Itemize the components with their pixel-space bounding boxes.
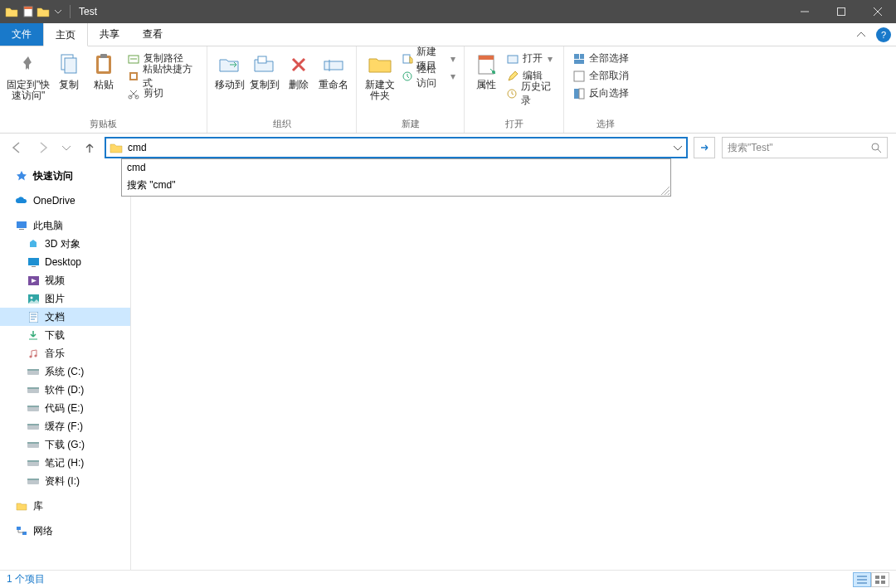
svg-rect-6 <box>99 58 109 71</box>
new-folder-button[interactable]: 新建文件夹 <box>362 50 398 101</box>
tab-share[interactable]: 共享 <box>88 23 131 46</box>
sidebar-item-label: 视频 <box>45 274 65 288</box>
search-icon[interactable] <box>865 142 887 153</box>
sidebar-item[interactable]: 文档 <box>0 308 130 326</box>
svg-rect-53 <box>27 479 39 480</box>
cut-button[interactable]: 剪切 <box>124 85 202 102</box>
ribbon: 固定到"快速访问" 复制 粘贴 复制路径 粘贴快捷方式 <box>0 46 896 134</box>
status-bar: 1 个项目 <box>0 570 896 588</box>
sidebar-item-icon <box>27 365 40 378</box>
collapse-ribbon-button[interactable] <box>851 31 871 39</box>
sidebar-item-label: 软件 (D:) <box>45 383 84 397</box>
paste-button[interactable]: 粘贴 <box>86 50 120 90</box>
easy-access-button[interactable]: 轻松访问 ▾ <box>398 67 459 85</box>
svg-rect-20 <box>508 56 518 63</box>
sidebar-item[interactable]: 代码 (E:) <box>0 399 130 417</box>
forward-button[interactable] <box>35 139 51 156</box>
sidebar-quick-access[interactable]: 快速访问 <box>0 167 130 185</box>
address-dropdown-button[interactable] <box>670 143 686 152</box>
svg-rect-49 <box>27 442 39 444</box>
select-all-label: 全部选择 <box>589 51 629 66</box>
tab-home[interactable]: 主页 <box>43 23 88 46</box>
new-item-icon <box>402 52 413 66</box>
svg-rect-4 <box>65 58 76 73</box>
sidebar-item[interactable]: Desktop <box>0 253 130 271</box>
svg-rect-31 <box>28 258 39 265</box>
invert-selection-button[interactable]: 反向选择 <box>569 85 632 102</box>
history-label: 历史记录 <box>521 80 555 108</box>
suggestion-item[interactable]: cmd <box>122 159 670 176</box>
sidebar-item[interactable]: 音乐 <box>0 344 130 362</box>
properties-button[interactable]: 属性 <box>470 50 503 90</box>
close-button[interactable] <box>859 0 896 23</box>
copy-to-icon <box>251 51 278 78</box>
suggestion-item[interactable]: 搜索 "cmd" <box>122 176 670 195</box>
qat-dropdown-icon[interactable] <box>51 5 65 18</box>
sidebar-item-icon <box>27 255 40 269</box>
tab-view[interactable]: 查看 <box>131 23 174 46</box>
sidebar-onedrive[interactable]: OneDrive <box>0 192 130 210</box>
recent-locations-button[interactable] <box>61 139 71 156</box>
move-to-button[interactable]: 移动到 <box>212 50 247 90</box>
address-input[interactable] <box>124 138 670 157</box>
delete-button[interactable]: 删除 <box>282 50 317 90</box>
help-button[interactable]: ? <box>876 27 891 42</box>
copy-to-button[interactable]: 复制到 <box>247 50 282 90</box>
sidebar-item[interactable]: 下载 <box>0 326 130 344</box>
sidebar-item[interactable]: 缓存 (F:) <box>0 417 130 435</box>
svg-rect-57 <box>881 576 885 579</box>
back-button[interactable] <box>8 139 25 156</box>
svg-point-28 <box>872 143 879 150</box>
view-details-button[interactable] <box>853 572 871 587</box>
qat-new-folder-icon[interactable] <box>37 5 50 18</box>
go-refresh-button[interactable] <box>694 137 715 158</box>
cut-label: 剪切 <box>144 86 163 100</box>
pin-label: 固定到"快速访问" <box>7 80 50 101</box>
sidebar-item[interactable]: 下载 (G:) <box>0 435 130 454</box>
pin-quick-access-button[interactable]: 固定到"快速访问" <box>5 50 51 101</box>
up-button[interactable] <box>81 139 98 156</box>
paste-shortcut-button[interactable]: 粘贴快捷方式 <box>124 67 202 85</box>
sidebar-library[interactable]: 库 <box>0 497 130 515</box>
sidebar-item[interactable]: 图片 <box>0 289 130 308</box>
select-all-button[interactable]: 全部选择 <box>569 50 632 67</box>
minimize-button[interactable] <box>786 0 823 23</box>
sidebar-item-label: 缓存 (F:) <box>45 420 83 434</box>
navigation-row: cmd 搜索 "cmd" <box>0 134 896 162</box>
view-large-icons-button[interactable] <box>871 572 889 587</box>
folder-icon <box>5 6 18 17</box>
sidebar-item[interactable]: 3D 对象 <box>0 235 130 253</box>
sidebar-item[interactable]: 软件 (D:) <box>0 381 130 399</box>
sidebar-this-pc[interactable]: 此电脑 <box>0 216 130 235</box>
sidebar-item[interactable]: 视频 <box>0 271 130 289</box>
delete-icon <box>285 51 312 78</box>
svg-rect-15 <box>403 55 410 63</box>
delete-label: 删除 <box>289 80 309 90</box>
sidebar-item[interactable]: 笔记 (H:) <box>0 454 130 472</box>
sidebar-item-icon <box>27 292 40 305</box>
sidebar-network[interactable]: 网络 <box>0 522 130 540</box>
history-button[interactable]: 历史记录 <box>503 85 558 102</box>
copy-icon <box>56 51 82 78</box>
svg-rect-54 <box>17 527 21 530</box>
resize-grip-icon[interactable] <box>659 184 670 196</box>
maximize-button[interactable] <box>823 0 859 23</box>
svg-point-39 <box>34 354 37 357</box>
search-input[interactable] <box>723 142 865 153</box>
sidebar-item[interactable]: 系统 (C:) <box>0 362 130 381</box>
select-none-button[interactable]: 全部取消 <box>569 67 632 85</box>
tab-file[interactable]: 文件 <box>0 23 43 46</box>
select-none-icon <box>572 70 586 83</box>
group-clipboard: 固定到"快速访问" 复制 粘贴 复制路径 粘贴快捷方式 <box>0 46 207 133</box>
sidebar-item-icon <box>27 420 40 433</box>
sidebar-item-label: 笔记 (H:) <box>45 456 84 470</box>
status-count: 1 个项目 <box>7 572 45 586</box>
open-button[interactable]: 打开 ▾ <box>503 50 558 67</box>
qat-properties-icon[interactable] <box>22 5 35 18</box>
sidebar-item[interactable]: 资料 (I:) <box>0 472 130 490</box>
files-area[interactable] <box>131 162 896 570</box>
sidebar-label: 此电脑 <box>33 219 63 233</box>
copy-button[interactable]: 复制 <box>51 50 85 90</box>
rename-button[interactable]: 重命名 <box>316 50 351 90</box>
sidebar-item-label: 系统 (C:) <box>45 365 84 379</box>
